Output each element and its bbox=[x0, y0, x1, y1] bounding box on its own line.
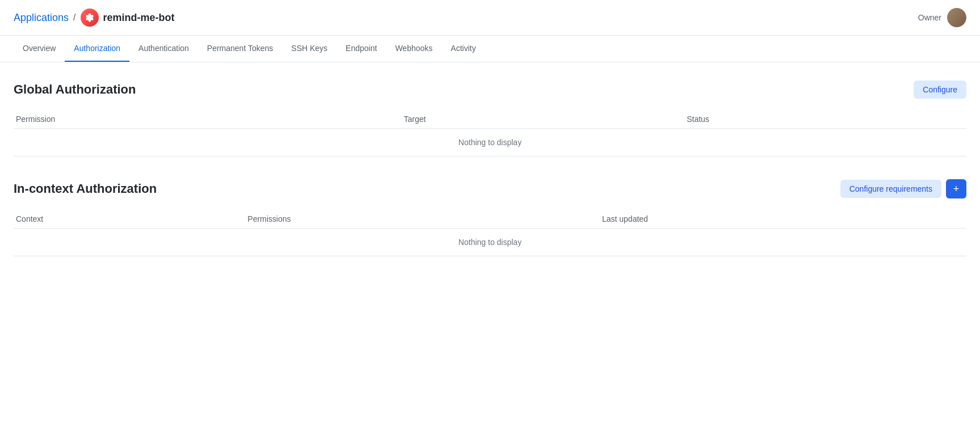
global-auth-table-header: Permission Target Status bbox=[14, 110, 966, 129]
avatar-image bbox=[947, 8, 966, 27]
tab-authorization[interactable]: Authorization bbox=[65, 36, 129, 62]
context-column-header: Context bbox=[14, 210, 241, 229]
page-header: Applications / remind-me-bot Owner bbox=[0, 0, 980, 36]
tab-authentication[interactable]: Authentication bbox=[129, 36, 198, 62]
app-icon bbox=[81, 9, 99, 27]
global-authorization-header: Global Authorization Configure bbox=[14, 81, 966, 99]
incontext-authorization-title: In-context Authorization bbox=[14, 181, 157, 196]
header-right: Owner bbox=[918, 8, 966, 27]
target-column-header: Target bbox=[397, 110, 680, 129]
tab-permanent-tokens[interactable]: Permanent Tokens bbox=[198, 36, 282, 62]
tab-overview[interactable]: Overview bbox=[14, 36, 65, 62]
global-authorization-section: Global Authorization Configure Permissio… bbox=[14, 81, 966, 157]
global-authorization-title: Global Authorization bbox=[14, 82, 136, 97]
incontext-auth-table-header: Context Permissions Last updated bbox=[14, 210, 966, 229]
tab-endpoint[interactable]: Endpoint bbox=[337, 36, 386, 62]
global-authorization-table: Permission Target Status Nothing to disp… bbox=[14, 110, 966, 157]
app-name: remind-me-bot bbox=[103, 12, 175, 24]
applications-breadcrumb-link[interactable]: Applications bbox=[14, 12, 69, 24]
avatar bbox=[947, 8, 966, 27]
breadcrumb-separator: / bbox=[73, 12, 75, 23]
incontext-authorization-header: In-context Authorization Configure requi… bbox=[14, 179, 966, 198]
incontext-button-group: Configure requirements + bbox=[840, 179, 966, 198]
incontext-auth-empty-row: Nothing to display bbox=[14, 229, 966, 256]
incontext-auth-empty-message: Nothing to display bbox=[14, 229, 966, 256]
tab-webhooks[interactable]: Webhooks bbox=[386, 36, 441, 62]
last-updated-column-header: Last updated bbox=[595, 210, 966, 229]
nav-tabs: Overview Authorization Authentication Pe… bbox=[0, 36, 980, 62]
configure-button[interactable]: Configure bbox=[914, 81, 966, 99]
permission-column-header: Permission bbox=[14, 110, 397, 129]
status-column-header: Status bbox=[680, 110, 966, 129]
main-content: Global Authorization Configure Permissio… bbox=[0, 62, 980, 297]
global-auth-empty-message: Nothing to display bbox=[14, 129, 966, 157]
owner-label: Owner bbox=[918, 13, 941, 22]
add-button[interactable]: + bbox=[946, 179, 966, 198]
incontext-authorization-section: In-context Authorization Configure requi… bbox=[14, 179, 966, 256]
breadcrumb: Applications / remind-me-bot bbox=[14, 9, 175, 27]
global-auth-empty-row: Nothing to display bbox=[14, 129, 966, 157]
permissions-column-header: Permissions bbox=[241, 210, 595, 229]
incontext-authorization-table: Context Permissions Last updated Nothing… bbox=[14, 210, 966, 256]
tab-ssh-keys[interactable]: SSH Keys bbox=[282, 36, 337, 62]
configure-requirements-button[interactable]: Configure requirements bbox=[840, 180, 941, 198]
tab-activity[interactable]: Activity bbox=[441, 36, 485, 62]
